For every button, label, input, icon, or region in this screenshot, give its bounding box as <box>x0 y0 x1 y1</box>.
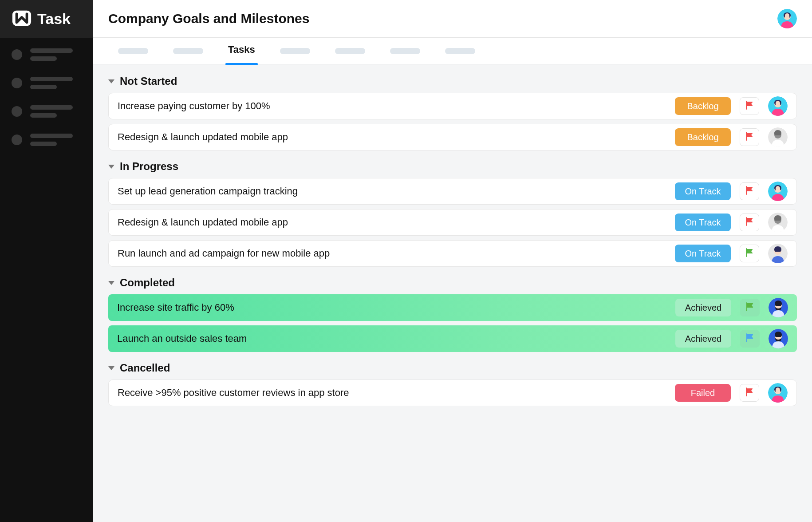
assignee-avatar[interactable] <box>768 127 788 147</box>
tab-tasks[interactable]: Tasks <box>228 44 255 58</box>
assignee-avatar[interactable] <box>768 213 788 232</box>
task-title: Increase site traffic by 60% <box>117 302 666 313</box>
sidebar-nav <box>0 38 93 146</box>
flag-icon <box>745 333 755 344</box>
section-title: In Progress <box>120 160 178 173</box>
placeholder-icon <box>12 78 22 88</box>
flag-icon <box>745 302 755 313</box>
placeholder-icon <box>12 106 22 117</box>
priority-flag-button[interactable] <box>740 214 759 231</box>
tab-placeholder[interactable] <box>390 48 420 54</box>
sidebar-item[interactable] <box>12 48 93 61</box>
task-title: Launch an outside sales team <box>117 333 666 344</box>
task-title: Redesign & launch updated mobile app <box>118 131 666 143</box>
caret-down-icon <box>108 281 114 285</box>
flag-icon <box>745 186 754 197</box>
assignee-avatar[interactable] <box>768 182 788 201</box>
section-title: Cancelled <box>120 362 170 374</box>
tab-placeholder[interactable] <box>118 48 148 54</box>
brand[interactable]: Task <box>0 0 93 38</box>
section-header[interactable]: Completed <box>108 277 797 289</box>
status-badge[interactable]: On Track <box>675 214 731 231</box>
assignee-avatar[interactable] <box>768 96 788 116</box>
tab-placeholder[interactable] <box>280 48 310 54</box>
task-row[interactable]: Run launch and ad campaign for new mobil… <box>108 240 797 267</box>
placeholder-label <box>30 77 73 89</box>
section-header[interactable]: Cancelled <box>108 362 797 374</box>
user-avatar[interactable] <box>777 9 797 28</box>
task-title: Increase paying customer by 100% <box>118 100 666 112</box>
caret-down-icon <box>108 165 114 169</box>
assignee-avatar[interactable] <box>768 244 788 263</box>
flag-icon <box>745 387 754 399</box>
sidebar-item[interactable] <box>12 77 93 89</box>
status-badge[interactable]: On Track <box>675 245 731 262</box>
task-row[interactable]: Receive >95% positive customer reviews i… <box>108 380 797 406</box>
priority-flag-button[interactable] <box>740 182 759 200</box>
section-header[interactable]: In Progress <box>108 160 797 173</box>
task-row[interactable]: Launch an outside sales teamAchieved <box>108 325 797 352</box>
sidebar: Task <box>0 0 93 522</box>
task-title: Redesign & launch updated mobile app <box>118 217 666 228</box>
content: Not StartedIncrease paying customer by 1… <box>93 64 812 522</box>
priority-flag-button[interactable] <box>740 128 759 146</box>
caret-down-icon <box>108 366 114 370</box>
assignee-avatar[interactable] <box>769 298 788 317</box>
section: In ProgressSet up lead generation campai… <box>108 160 797 267</box>
caret-down-icon <box>108 79 114 83</box>
flag-icon <box>745 248 754 259</box>
section: Not StartedIncrease paying customer by 1… <box>108 75 797 150</box>
task-row[interactable]: Redesign & launch updated mobile appOn T… <box>108 209 797 236</box>
status-badge[interactable]: On Track <box>675 182 731 200</box>
placeholder-icon <box>12 134 22 145</box>
placeholder-icon <box>12 49 22 60</box>
task-row[interactable]: Increase site traffic by 60%Achieved <box>108 294 797 321</box>
task-row[interactable]: Increase paying customer by 100%Backlog <box>108 93 797 119</box>
status-badge[interactable]: Backlog <box>675 97 731 115</box>
section: CompletedIncrease site traffic by 60%Ach… <box>108 277 797 352</box>
task-row[interactable]: Redesign & launch updated mobile appBack… <box>108 124 797 150</box>
priority-flag-button[interactable] <box>740 97 759 115</box>
tab-placeholder[interactable] <box>335 48 365 54</box>
task-title: Run launch and ad campaign for new mobil… <box>118 248 666 259</box>
section-title: Not Started <box>120 75 177 87</box>
tabs: Tasks <box>93 38 812 64</box>
status-badge[interactable]: Achieved <box>675 299 731 316</box>
tab-placeholder[interactable] <box>445 48 475 54</box>
header: Company Goals and Milestones <box>93 0 812 38</box>
flag-icon <box>745 131 754 143</box>
sidebar-item[interactable] <box>12 105 93 118</box>
section: CancelledReceive >95% positive customer … <box>108 362 797 406</box>
section-title: Completed <box>120 277 175 289</box>
placeholder-label <box>30 134 73 146</box>
priority-flag-button[interactable] <box>740 384 759 402</box>
page-title: Company Goals and Milestones <box>108 11 309 26</box>
status-badge[interactable]: Backlog <box>675 128 731 146</box>
placeholder-label <box>30 48 73 61</box>
priority-flag-button[interactable] <box>740 245 759 262</box>
task-row[interactable]: Set up lead generation campaign tracking… <box>108 178 797 205</box>
status-badge[interactable]: Failed <box>675 384 731 402</box>
flag-icon <box>745 217 754 228</box>
tab-placeholder[interactable] <box>173 48 203 54</box>
brand-logo-icon <box>12 8 32 30</box>
sidebar-item[interactable] <box>12 134 93 146</box>
priority-flag-button[interactable] <box>740 299 760 316</box>
flag-icon <box>745 100 754 112</box>
assignee-avatar[interactable] <box>768 383 788 403</box>
main: Company Goals and Milestones Tasks <box>93 0 812 522</box>
priority-flag-button[interactable] <box>740 330 760 348</box>
section-header[interactable]: Not Started <box>108 75 797 87</box>
brand-name: Task <box>37 10 71 28</box>
task-title: Set up lead generation campaign tracking <box>118 186 666 197</box>
status-badge[interactable]: Achieved <box>675 330 731 348</box>
assignee-avatar[interactable] <box>769 329 788 348</box>
task-title: Receive >95% positive customer reviews i… <box>118 387 666 399</box>
placeholder-label <box>30 105 73 118</box>
